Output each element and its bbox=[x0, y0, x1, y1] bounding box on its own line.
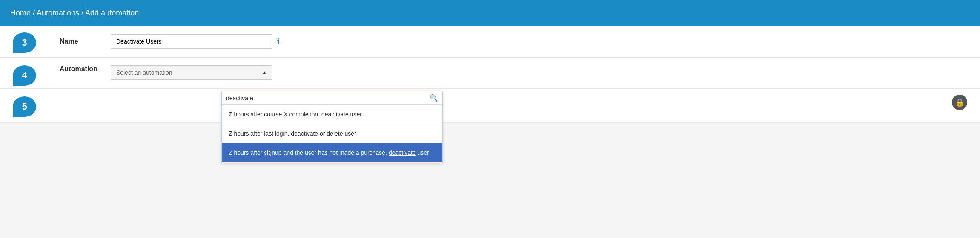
dropdown-item-3[interactable]: Z hours after signup and the user has no… bbox=[222, 143, 442, 163]
name-input[interactable] bbox=[111, 34, 272, 49]
step5-row: 5 bbox=[0, 89, 980, 123]
breadcrumb: Home / Automations / Add automation bbox=[10, 9, 139, 17]
dropdown-search-row: 🔍 bbox=[222, 91, 442, 105]
info-icon[interactable]: ℹ bbox=[277, 36, 280, 46]
step-4-badge: 4 bbox=[13, 65, 36, 86]
automation-label: Automation bbox=[60, 65, 111, 73]
dropdown-search-input[interactable] bbox=[226, 95, 430, 102]
lock-icon: 🔒 bbox=[952, 95, 967, 110]
step-3-badge: 3 bbox=[13, 32, 36, 53]
dropdown-item-2[interactable]: Z hours after last login, deactivate or … bbox=[222, 124, 442, 143]
header-bar: Home / Automations / Add automation bbox=[0, 0, 980, 26]
dropdown-item-1[interactable]: Z hours after course X completion, deact… bbox=[222, 105, 442, 124]
search-icon: 🔍 bbox=[430, 94, 438, 102]
name-row: 3 Name ℹ bbox=[0, 26, 980, 58]
automation-select[interactable]: Select an automation ▲ bbox=[111, 65, 272, 80]
step-5-badge: 5 bbox=[13, 96, 36, 117]
automation-dropdown: 🔍 Z hours after course X completion, dea… bbox=[221, 91, 443, 163]
automation-row: 4 Automation Select an automation ▲ 🔍 Z … bbox=[0, 58, 980, 89]
name-label: Name bbox=[60, 38, 111, 45]
main-content: 3 Name ℹ 4 Automation Select an automati… bbox=[0, 26, 980, 123]
chevron-up-icon: ▲ bbox=[262, 70, 267, 75]
